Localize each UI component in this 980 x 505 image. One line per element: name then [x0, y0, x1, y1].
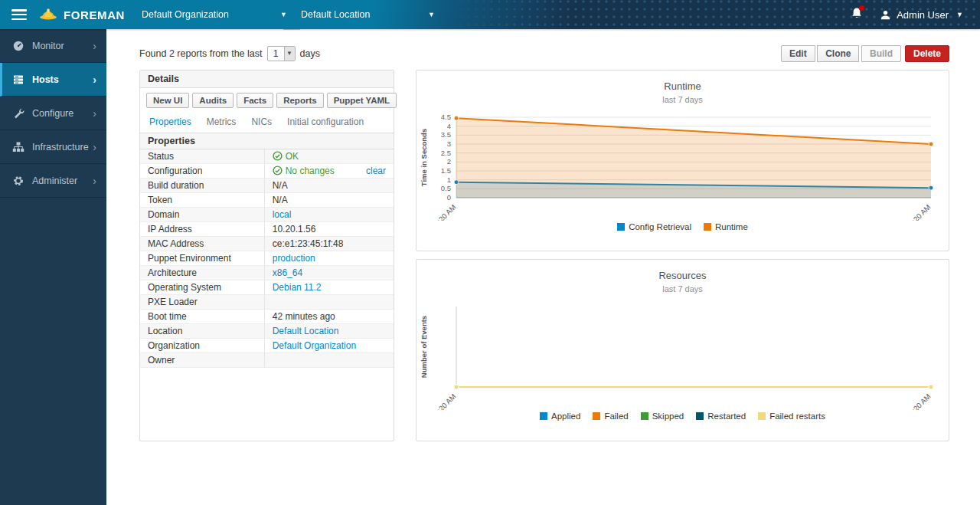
tab-initial-configuration[interactable]: Initial configuration [287, 116, 364, 127]
value-link[interactable]: local [273, 209, 292, 220]
location-dropdown[interactable]: Default Location ▼ [301, 9, 435, 20]
chevron-right-icon: › [93, 40, 96, 52]
svg-text:0: 0 [447, 193, 451, 202]
property-label: Status [140, 149, 264, 164]
sidebar-item-monitor[interactable]: Monitor › [0, 29, 106, 63]
value-link[interactable]: Default Organization [273, 340, 356, 351]
details-panel-title: Details [140, 71, 394, 88]
top-navbar: FOREMAN Default Organization ▼ Default L… [0, 0, 980, 29]
svg-text:12/16, 7:20 AM: 12/16, 7:20 AM [891, 203, 932, 221]
value-link[interactable]: Debian 11.2 [273, 282, 322, 293]
charts-column: Runtime last 7 days 00.511.522.533.544.5… [416, 70, 949, 441]
legend-swatch [696, 412, 704, 420]
svg-text:Number of Events: Number of Events [420, 316, 428, 378]
new-ui-button[interactable]: New UI [146, 93, 189, 108]
tab-metrics[interactable]: Metrics [207, 116, 237, 127]
legend-label: Applied [551, 412, 580, 421]
properties-table-header: Properties [140, 133, 394, 149]
runtime-chart: 00.511.522.533.544.511/25, 11:20 AM12/16… [416, 106, 949, 221]
sidebar-item-infrastructure[interactable]: Infrastructure › [0, 130, 106, 164]
property-label: Boot time [140, 310, 264, 324]
legend-label: Runtime [715, 222, 748, 231]
sidebar-item-administer[interactable]: Administer › [0, 164, 106, 198]
organization-dropdown[interactable]: Default Organization ▼ [142, 9, 287, 20]
legend-label: Skipped [652, 412, 684, 421]
details-panel: Details New UIAuditsFactsReportsPuppet Y… [139, 70, 394, 441]
user-menu[interactable]: Admin User ▼ [880, 9, 963, 21]
svg-text:11/25, 11:20 AM: 11/25, 11:20 AM [416, 392, 457, 410]
legend-item-skipped[interactable]: Skipped [641, 412, 684, 421]
sitemap-icon [12, 141, 24, 153]
edit-button[interactable]: Edit [781, 45, 815, 62]
audits-button[interactable]: Audits [192, 93, 234, 108]
svg-text:2.5: 2.5 [441, 149, 451, 157]
foreman-brand[interactable]: FOREMAN [39, 7, 125, 23]
legend-item-runtime[interactable]: Runtime [704, 222, 748, 231]
table-row: Operating SystemDebian 11.2 [140, 280, 394, 295]
tab-nics[interactable]: NICs [251, 116, 272, 127]
notification-badge [859, 5, 864, 11]
reports-button[interactable]: Reports [276, 93, 323, 108]
tab-properties[interactable]: Properties [149, 116, 191, 127]
hamburger-menu-icon[interactable] [11, 9, 27, 20]
legend-item-failed-restarts[interactable]: Failed restarts [758, 412, 825, 421]
legend-label: Failed [604, 412, 628, 421]
details-tabs: Properties Metrics NICs Initial configur… [140, 113, 394, 133]
gear-icon [12, 175, 24, 187]
ok-status-icon [273, 151, 283, 161]
notifications-bell-icon[interactable] [851, 7, 863, 23]
legend-item-config-retrieval[interactable]: Config Retrieval [617, 222, 691, 231]
value-link[interactable]: Default Location [273, 326, 339, 336]
chevron-right-icon: › [93, 74, 96, 86]
table-row: TokenN/A [140, 193, 394, 208]
legend-item-applied[interactable]: Applied [540, 412, 580, 421]
status-text: OK [286, 151, 299, 162]
chevron-down-icon: ▼ [284, 47, 295, 61]
chevron-right-icon: › [93, 107, 96, 120]
legend-item-restarted[interactable]: Restarted [696, 412, 746, 421]
clear-link[interactable]: clear [366, 166, 386, 176]
clone-button[interactable]: Clone [817, 45, 859, 62]
table-row: Owner [140, 353, 394, 368]
property-value: Default Organization [264, 339, 394, 353]
table-row: Architecturex86_64 [140, 266, 394, 280]
property-value: Default Location [264, 324, 394, 339]
property-label: Architecture [140, 266, 264, 280]
chart-title: Resources [416, 270, 949, 281]
table-row: Build durationN/A [140, 179, 394, 193]
value-link[interactable]: production [273, 253, 315, 264]
hardhat-logo-icon [39, 7, 57, 23]
build-button[interactable]: Build [861, 45, 901, 62]
chart-subtitle: last 7 days [416, 95, 949, 104]
svg-text:0.5: 0.5 [441, 184, 451, 192]
value-link[interactable]: x86_64 [273, 267, 302, 278]
property-label: Domain [140, 208, 264, 222]
chevron-down-icon: ▼ [280, 11, 287, 18]
puppet-yaml-button[interactable]: Puppet YAML [327, 93, 397, 108]
chevron-right-icon: › [93, 175, 96, 187]
svg-text:Time in Seconds: Time in Seconds [420, 129, 428, 186]
legend-swatch [593, 412, 600, 420]
chevron-down-icon: ▼ [956, 11, 963, 18]
reports-found-text: Found 2 reports from the last [139, 48, 263, 59]
legend-swatch [758, 412, 766, 420]
property-label: Build duration [140, 179, 264, 193]
legend-label: Restarted [707, 412, 746, 421]
days-select[interactable]: 1 ▼ [267, 46, 296, 61]
legend-item-failed[interactable]: Failed [593, 412, 628, 421]
delete-button[interactable]: Delete [905, 45, 949, 62]
facts-button[interactable]: Facts [237, 93, 273, 108]
resources-chart: 11/25, 11:20 AM12/16, 7:20 AMNumber of E… [416, 295, 949, 410]
property-value: No changesclear [264, 164, 394, 179]
sidebar-item-configure[interactable]: Configure › [0, 97, 106, 130]
properties-table: Properties StatusOKConfigurationNo chang… [140, 133, 394, 368]
property-value: Debian 11.2 [264, 280, 394, 295]
table-row: Boot time42 minutes ago [140, 310, 394, 324]
runtime-chart-panel: Runtime last 7 days 00.511.522.533.544.5… [416, 70, 949, 251]
server-stack-icon [12, 74, 24, 86]
property-value: N/A [264, 179, 394, 193]
property-label: Location [140, 324, 264, 339]
property-value [264, 353, 394, 368]
sidebar-item-hosts[interactable]: Hosts › [0, 63, 106, 97]
brand-title: FOREMAN [64, 8, 125, 21]
